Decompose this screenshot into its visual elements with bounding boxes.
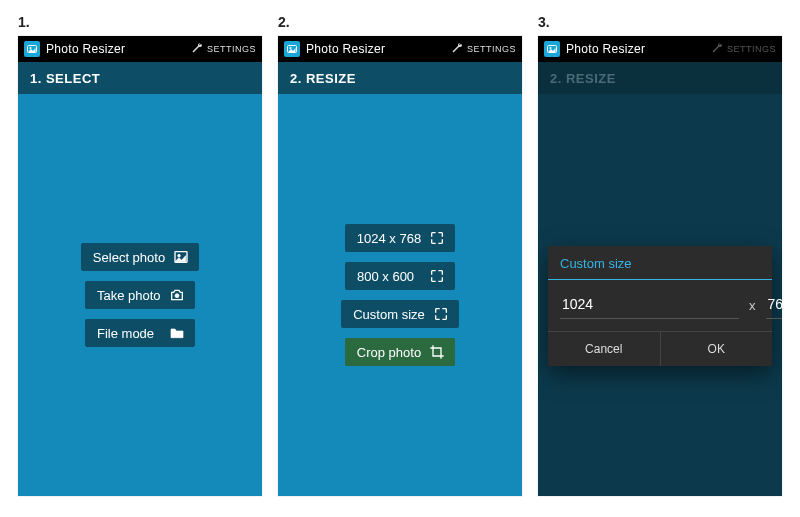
file-mode-label: File mode bbox=[97, 326, 154, 341]
image-icon bbox=[173, 249, 189, 265]
dialog-separator bbox=[548, 279, 772, 280]
size-1024-button[interactable]: 1024 x 768 bbox=[345, 224, 455, 252]
column-2: 2. Photo Resizer SETTINGS 2. RESIZE 1024… bbox=[278, 14, 522, 496]
app-title: Photo Resizer bbox=[566, 42, 711, 56]
custom-size-dialog: Custom size x Cancel OK bbox=[548, 246, 772, 366]
three-up-row: 1. Photo Resizer SETTINGS 1. SELECT Sele… bbox=[0, 0, 800, 510]
settings-label: SETTINGS bbox=[467, 44, 516, 54]
statusbar: Photo Resizer SETTINGS bbox=[538, 36, 782, 62]
column-1: 1. Photo Resizer SETTINGS 1. SELECT Sele… bbox=[18, 14, 262, 496]
size-800-button[interactable]: 800 x 600 bbox=[345, 262, 455, 290]
cancel-button[interactable]: Cancel bbox=[548, 332, 660, 366]
dialog-body: x bbox=[548, 288, 772, 331]
app-icon bbox=[544, 41, 560, 57]
ok-button[interactable]: OK bbox=[660, 332, 773, 366]
statusbar: Photo Resizer SETTINGS bbox=[18, 36, 262, 62]
crop-photo-label: Crop photo bbox=[357, 345, 421, 360]
svg-point-1 bbox=[30, 47, 32, 49]
expand-icon bbox=[429, 268, 445, 284]
select-photo-button[interactable]: Select photo bbox=[81, 243, 199, 271]
crop-icon bbox=[429, 344, 445, 360]
take-photo-label: Take photo bbox=[97, 288, 161, 303]
dialog-actions: Cancel OK bbox=[548, 331, 772, 366]
svg-point-6 bbox=[290, 47, 292, 49]
custom-size-button[interactable]: Custom size bbox=[341, 300, 459, 328]
crop-photo-button[interactable]: Crop photo bbox=[345, 338, 455, 366]
camera-icon bbox=[169, 287, 185, 303]
settings-label: SETTINGS bbox=[207, 44, 256, 54]
custom-size-label: Custom size bbox=[353, 307, 425, 322]
expand-icon bbox=[429, 230, 445, 246]
size-800-label: 800 x 600 bbox=[357, 269, 414, 284]
app-icon bbox=[24, 41, 40, 57]
content-area: Select photo Take photo File mode bbox=[18, 94, 262, 496]
phone-2: Photo Resizer SETTINGS 2. RESIZE 1024 x … bbox=[278, 36, 522, 496]
column-3: 3. Photo Resizer SETTINGS 2. RESIZE Cust… bbox=[538, 14, 782, 496]
phone-3: Photo Resizer SETTINGS 2. RESIZE Custom … bbox=[538, 36, 782, 496]
dimension-separator: x bbox=[749, 298, 756, 313]
app-icon bbox=[284, 41, 300, 57]
folder-icon bbox=[169, 325, 185, 341]
expand-icon bbox=[433, 306, 449, 322]
phone-1: Photo Resizer SETTINGS 1. SELECT Select … bbox=[18, 36, 262, 496]
settings-button[interactable]: SETTINGS bbox=[451, 42, 516, 56]
settings-button[interactable]: SETTINGS bbox=[191, 42, 256, 56]
statusbar: Photo Resizer SETTINGS bbox=[278, 36, 522, 62]
height-input[interactable] bbox=[766, 292, 783, 319]
settings-button: SETTINGS bbox=[711, 42, 776, 56]
step-number-1: 1. bbox=[18, 14, 262, 30]
file-mode-button[interactable]: File mode bbox=[85, 319, 195, 347]
step-header: 1. SELECT bbox=[18, 62, 262, 94]
svg-point-3 bbox=[178, 254, 181, 257]
select-photo-label: Select photo bbox=[93, 250, 165, 265]
wrench-icon bbox=[451, 42, 463, 56]
size-1024-label: 1024 x 768 bbox=[357, 231, 421, 246]
content-area: 1024 x 768 800 x 600 Custom size Crop ph… bbox=[278, 94, 522, 496]
step-header: 2. RESIZE bbox=[538, 62, 782, 94]
width-input[interactable] bbox=[560, 292, 739, 319]
step-number-2: 2. bbox=[278, 14, 522, 30]
svg-point-8 bbox=[550, 47, 552, 49]
take-photo-button[interactable]: Take photo bbox=[85, 281, 195, 309]
step-number-3: 3. bbox=[538, 14, 782, 30]
wrench-icon bbox=[191, 42, 203, 56]
dialog-title: Custom size bbox=[548, 246, 772, 279]
svg-point-4 bbox=[175, 294, 179, 298]
settings-label: SETTINGS bbox=[727, 44, 776, 54]
step-header: 2. RESIZE bbox=[278, 62, 522, 94]
app-title: Photo Resizer bbox=[306, 42, 451, 56]
wrench-icon bbox=[711, 42, 723, 56]
app-title: Photo Resizer bbox=[46, 42, 191, 56]
